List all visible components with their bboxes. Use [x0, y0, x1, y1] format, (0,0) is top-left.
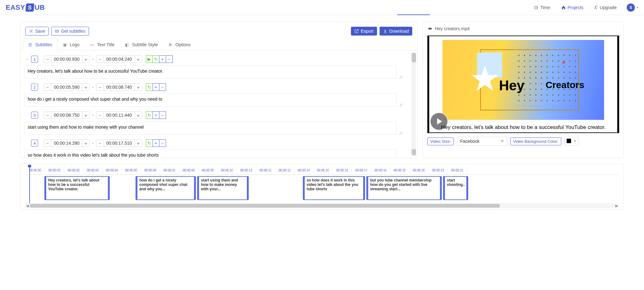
text-icon: ▭ — [90, 42, 95, 47]
tab-options[interactable]: ✻Options — [163, 39, 196, 50]
tab-logo[interactable]: ▣Logo — [58, 39, 85, 50]
range-dash: - — [92, 113, 94, 118]
save-button[interactable]: Save — [25, 27, 49, 36]
increment-button[interactable]: + — [135, 140, 142, 147]
remove-row-button[interactable]: − — [159, 111, 166, 119]
repeat-button[interactable]: ↻ — [146, 111, 153, 119]
resize-handle-icon[interactable] — [399, 103, 402, 106]
decrement-button[interactable]: − — [44, 56, 51, 63]
tab-subtitles[interactable]: ☰Subtitles — [23, 39, 58, 50]
remove-row-button[interactable]: − — [159, 139, 166, 147]
decrement-button[interactable]: − — [44, 112, 51, 119]
decrement-button[interactable]: − — [44, 140, 51, 147]
increment-button[interactable]: + — [82, 140, 89, 147]
export-button[interactable]: Export — [351, 27, 377, 36]
video-size-select[interactable]: Facebook — [457, 137, 507, 146]
subtitle-index[interactable]: 1 — [31, 56, 38, 63]
end-time-stepper[interactable]: −00:00:04.240+ — [96, 55, 142, 63]
timeline-track[interactable]: Hey creators, let's talk about how to be… — [25, 176, 619, 203]
end-time-value[interactable]: 00:00:08.740 — [103, 84, 135, 91]
timeline-clip[interactable]: so how does it work in this video let's … — [303, 176, 365, 200]
timeline-clip[interactable]: start using them and how to make money w… — [197, 176, 249, 200]
decrement-button[interactable]: − — [97, 112, 103, 119]
ruler-tick: 00:00:08 — [183, 169, 195, 172]
increment-button[interactable]: + — [82, 56, 89, 63]
play-row-button[interactable]: ▶ — [146, 55, 153, 63]
decrement-button[interactable]: − — [97, 140, 103, 147]
preview-pane: Hey creators.mp4 Hey Creators ✦ Hey crea… — [423, 21, 624, 158]
repeat-button[interactable]: ↻ — [146, 139, 153, 147]
subtitle-text-input[interactable]: so how does it work in this video let's … — [24, 149, 397, 158]
scroll-left-icon[interactable]: ◀ — [25, 203, 30, 208]
end-time-stepper[interactable]: −00:00:08.740+ — [96, 83, 142, 91]
subtitle-entry: 2−00:00:05.590+-−00:00:08.740+↻+−how do … — [24, 83, 410, 108]
decrement-button[interactable]: − — [97, 84, 103, 91]
subtitle-text-input[interactable]: Hey creators, let's talk about how to be… — [24, 65, 397, 79]
timeline-clip[interactable]: how do i get a nicely composed shot supe… — [136, 176, 196, 200]
ruler-tick: 00:00:03 — [87, 169, 99, 172]
start-time-value[interactable]: 00:00:05.590 — [51, 84, 82, 91]
video-player[interactable]: Hey Creators ✦ Hey creators, let's talk … — [427, 36, 619, 133]
decrement-button[interactable]: − — [44, 84, 51, 91]
bg-color-select[interactable] — [564, 137, 579, 146]
increment-button[interactable]: + — [135, 112, 142, 119]
scroll-right-icon[interactable]: ▶ — [614, 203, 619, 208]
resize-handle-icon[interactable] — [399, 75, 402, 78]
subtitle-index[interactable]: 4 — [31, 140, 38, 147]
remove-row-button[interactable]: − — [166, 55, 173, 63]
nav-projects[interactable]: Projects — [561, 5, 584, 10]
end-time-stepper[interactable]: −00:00:11.440+ — [96, 111, 142, 119]
logo[interactable]: EASY S UB — [6, 3, 45, 12]
start-time-value[interactable]: 00:00:08.750 — [51, 112, 82, 119]
gear-icon — [29, 29, 33, 33]
timeline-scrollbar[interactable]: ◀ ▶ — [25, 203, 619, 208]
start-time-stepper[interactable]: −00:00:05.590+ — [44, 83, 90, 91]
subtitle-scrollbar[interactable] — [412, 53, 416, 155]
settings-icon: ✻ — [169, 42, 173, 47]
end-time-stepper[interactable]: −00:00:17.510+ — [96, 139, 142, 147]
timeline-ruler[interactable]: 00:00:0000:00:0100:00:0200:00:0300:00:04… — [25, 165, 619, 175]
scroll-thumb[interactable] — [30, 204, 500, 208]
subtitle-text-input[interactable]: how do i get a nicely composed shot supe… — [24, 93, 397, 107]
video-icon — [428, 26, 432, 31]
timeline-clip[interactable]: start shooting.. — [443, 176, 468, 200]
start-time-value[interactable]: 00:00:00.830 — [51, 56, 82, 63]
user-menu[interactable]: S ▾ — [617, 3, 638, 12]
end-time-value[interactable]: 00:00:04.240 — [103, 56, 135, 63]
tab-text-title[interactable]: ▭Text Title — [85, 39, 120, 50]
repeat-button[interactable]: ↻ — [153, 55, 159, 63]
subtitle-text-input[interactable]: start using them and how to make money w… — [24, 121, 397, 135]
timeline-clip[interactable]: Hey creators, let's talk about how to be… — [44, 176, 110, 200]
start-time-stepper[interactable]: −00:00:14.280+ — [44, 139, 90, 147]
resize-handle-icon[interactable] — [399, 131, 402, 134]
add-row-button[interactable]: + — [159, 55, 166, 63]
end-time-value[interactable]: 00:00:11.440 — [103, 112, 135, 119]
add-row-button[interactable]: + — [153, 83, 159, 91]
start-time-stepper[interactable]: −00:00:00.830+ — [44, 55, 90, 63]
start-time-value[interactable]: 00:00:14.280 — [51, 140, 82, 147]
remove-row-button[interactable]: − — [159, 83, 166, 91]
end-time-value[interactable]: 00:00:17.510 — [103, 140, 135, 147]
increment-button[interactable]: + — [135, 56, 142, 63]
nav-upgrade-label: Upgrade — [600, 5, 617, 10]
increment-button[interactable]: + — [82, 84, 89, 91]
start-time-stepper[interactable]: −00:00:08.750+ — [44, 111, 90, 119]
increment-button[interactable]: + — [82, 112, 89, 119]
increment-button[interactable]: + — [135, 84, 142, 91]
decrement-button[interactable]: − — [97, 56, 103, 63]
svg-rect-4 — [429, 28, 431, 30]
preview-text-hey: Hey — [499, 78, 525, 93]
range-dash: - — [92, 57, 94, 62]
subtitle-index[interactable]: 2 — [31, 84, 38, 91]
nav-upgrade[interactable]: Upgrade — [593, 5, 617, 10]
timeline-clip[interactable]: but you tube channel membership how do y… — [366, 176, 442, 200]
tab-subtitle-style[interactable]: ◧Subtitle Style — [120, 39, 163, 50]
download-button[interactable]: Download — [380, 27, 412, 36]
repeat-button[interactable]: ↻ — [146, 83, 153, 91]
add-row-button[interactable]: + — [153, 139, 159, 147]
svg-point-1 — [595, 6, 597, 7]
subtitle-index[interactable]: 3 — [31, 112, 38, 119]
row-actions: ↻+− — [146, 139, 166, 147]
get-subtitles-button[interactable]: Get subtitles — [51, 27, 89, 36]
add-row-button[interactable]: + — [153, 111, 159, 119]
